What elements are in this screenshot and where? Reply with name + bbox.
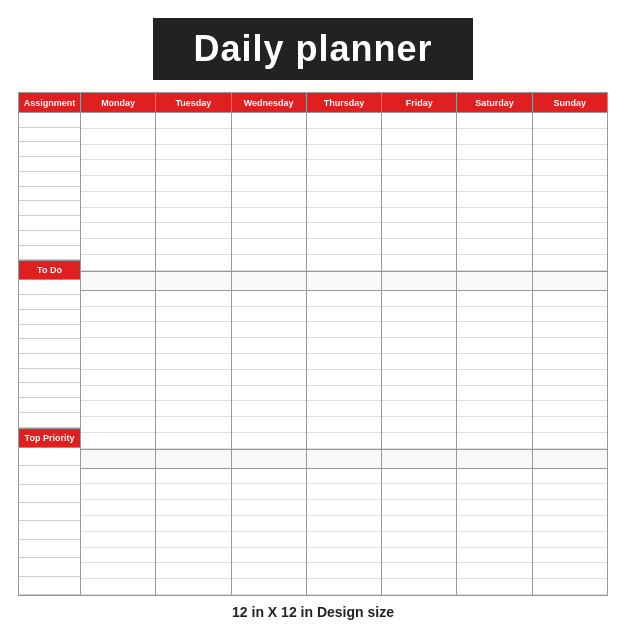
day-row[interactable]: [533, 129, 607, 145]
day-row[interactable]: [81, 469, 155, 485]
day-row[interactable]: [533, 338, 607, 354]
day-row[interactable]: [533, 469, 607, 485]
day-row[interactable]: [232, 160, 306, 176]
day-row[interactable]: [457, 239, 531, 255]
day-row[interactable]: [382, 579, 456, 595]
day-row[interactable]: [81, 579, 155, 595]
day-row[interactable]: [307, 401, 381, 417]
day-row[interactable]: [457, 129, 531, 145]
day-row[interactable]: [307, 239, 381, 255]
day-row[interactable]: [382, 401, 456, 417]
day-row[interactable]: [232, 223, 306, 239]
day-row[interactable]: [156, 401, 230, 417]
day-row[interactable]: [457, 532, 531, 548]
day-row[interactable]: [156, 532, 230, 548]
day-row[interactable]: [457, 307, 531, 323]
day-row[interactable]: [457, 469, 531, 485]
day-row[interactable]: [382, 338, 456, 354]
day-row[interactable]: [232, 176, 306, 192]
day-row[interactable]: [81, 532, 155, 548]
day-row[interactable]: [232, 563, 306, 579]
day-row[interactable]: [81, 338, 155, 354]
day-row[interactable]: [307, 338, 381, 354]
day-row[interactable]: [457, 370, 531, 386]
day-row[interactable]: [156, 255, 230, 271]
day-row[interactable]: [156, 160, 230, 176]
day-row[interactable]: [307, 291, 381, 307]
day-row[interactable]: [382, 208, 456, 224]
day-row[interactable]: [307, 563, 381, 579]
day-row[interactable]: [156, 548, 230, 564]
day-row[interactable]: [81, 223, 155, 239]
day-row[interactable]: [232, 322, 306, 338]
day-row[interactable]: [307, 548, 381, 564]
day-row[interactable]: [457, 354, 531, 370]
day-row[interactable]: [382, 145, 456, 161]
day-row[interactable]: [232, 113, 306, 129]
day-row[interactable]: [307, 145, 381, 161]
day-row[interactable]: [457, 386, 531, 402]
day-row[interactable]: [382, 239, 456, 255]
day-row[interactable]: [81, 548, 155, 564]
day-row[interactable]: [156, 223, 230, 239]
day-row[interactable]: [533, 386, 607, 402]
day-row[interactable]: [533, 322, 607, 338]
day-row[interactable]: [457, 291, 531, 307]
day-row[interactable]: [533, 370, 607, 386]
day-row[interactable]: [81, 255, 155, 271]
day-row[interactable]: [533, 563, 607, 579]
day-row[interactable]: [156, 291, 230, 307]
day-row[interactable]: [382, 255, 456, 271]
day-row[interactable]: [382, 192, 456, 208]
day-row[interactable]: [232, 516, 306, 532]
day-row[interactable]: [307, 129, 381, 145]
day-row[interactable]: [382, 516, 456, 532]
day-row[interactable]: [382, 548, 456, 564]
day-row[interactable]: [156, 563, 230, 579]
day-row[interactable]: [81, 433, 155, 449]
day-row[interactable]: [232, 354, 306, 370]
day-row[interactable]: [232, 500, 306, 516]
day-row[interactable]: [457, 208, 531, 224]
day-row[interactable]: [382, 386, 456, 402]
day-row[interactable]: [533, 239, 607, 255]
day-row[interactable]: [533, 291, 607, 307]
day-row[interactable]: [307, 433, 381, 449]
day-row[interactable]: [533, 176, 607, 192]
day-row[interactable]: [533, 160, 607, 176]
day-row[interactable]: [156, 354, 230, 370]
day-row[interactable]: [81, 484, 155, 500]
day-row[interactable]: [81, 322, 155, 338]
day-row[interactable]: [232, 307, 306, 323]
day-row[interactable]: [382, 176, 456, 192]
day-row[interactable]: [533, 548, 607, 564]
day-row[interactable]: [533, 579, 607, 595]
day-row[interactable]: [156, 176, 230, 192]
day-row[interactable]: [232, 532, 306, 548]
day-row[interactable]: [156, 500, 230, 516]
day-row[interactable]: [457, 516, 531, 532]
day-row[interactable]: [382, 307, 456, 323]
day-row[interactable]: [156, 129, 230, 145]
day-row[interactable]: [533, 192, 607, 208]
day-row[interactable]: [533, 307, 607, 323]
day-row[interactable]: [533, 500, 607, 516]
day-row[interactable]: [81, 239, 155, 255]
day-row[interactable]: [457, 579, 531, 595]
day-row[interactable]: [156, 208, 230, 224]
day-row[interactable]: [382, 113, 456, 129]
day-row[interactable]: [156, 145, 230, 161]
day-row[interactable]: [457, 563, 531, 579]
day-row[interactable]: [533, 433, 607, 449]
day-row[interactable]: [457, 484, 531, 500]
day-row[interactable]: [457, 433, 531, 449]
day-row[interactable]: [533, 255, 607, 271]
day-row[interactable]: [81, 145, 155, 161]
day-row[interactable]: [457, 192, 531, 208]
day-row[interactable]: [307, 417, 381, 433]
day-row[interactable]: [533, 532, 607, 548]
day-row[interactable]: [232, 401, 306, 417]
day-row[interactable]: [156, 469, 230, 485]
day-row[interactable]: [232, 239, 306, 255]
day-row[interactable]: [307, 113, 381, 129]
